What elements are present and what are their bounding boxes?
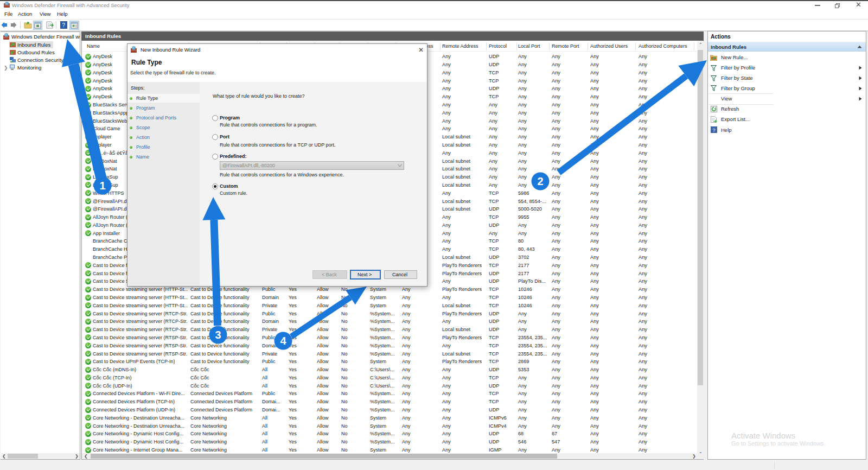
svg-text:1: 1 bbox=[99, 180, 105, 192]
svg-text:2: 2 bbox=[537, 175, 543, 187]
svg-text:3: 3 bbox=[215, 329, 221, 341]
svg-text:4: 4 bbox=[280, 335, 286, 347]
